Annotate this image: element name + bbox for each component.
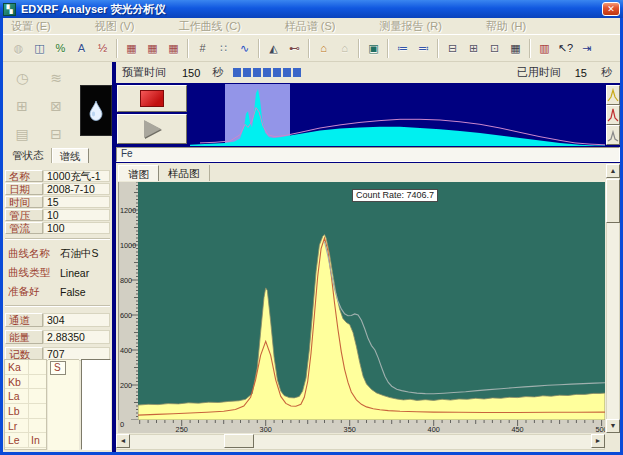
selected-element-cell[interactable]: S bbox=[50, 361, 66, 375]
preview-scale-gray-button[interactable] bbox=[606, 125, 620, 145]
basic-fields: 名称1000充气-1日期2008-7-10时间15管压10管流100 bbox=[3, 169, 112, 234]
help-book-icon[interactable]: ▥ bbox=[534, 38, 555, 59]
svg-text:400: 400 bbox=[120, 346, 132, 355]
tab-sample-chart[interactable]: 样品图 bbox=[159, 165, 210, 181]
tab-spectrum-chart[interactable]: 谱图 bbox=[118, 165, 159, 181]
element-line-value bbox=[29, 360, 46, 374]
peak-identify-icon[interactable]: ◭ bbox=[263, 38, 284, 59]
element-table-row[interactable]: La bbox=[5, 389, 46, 404]
field-label: 管压 bbox=[5, 209, 43, 221]
app-icon[interactable]: ▚ bbox=[3, 3, 16, 16]
svg-text:1200: 1200 bbox=[120, 206, 136, 215]
spectrum-preview[interactable] bbox=[190, 84, 605, 146]
scroll-left-button[interactable]: ◄ bbox=[116, 434, 130, 448]
progress-segment bbox=[273, 68, 281, 77]
menu-item-6[interactable]: 帮助 (H) bbox=[486, 19, 526, 34]
menu-item-4[interactable]: 样品谱 (S) bbox=[285, 19, 336, 34]
horizontal-scrollbar[interactable]: ◄ ► bbox=[116, 434, 605, 450]
menu-item-3[interactable]: 工作曲线 (C) bbox=[178, 19, 240, 34]
toolbar-separator bbox=[116, 39, 118, 58]
scroll-right-button[interactable]: ► bbox=[591, 434, 605, 448]
progress-segment bbox=[263, 68, 271, 77]
element-table-row[interactable]: LeIn bbox=[5, 433, 46, 448]
element-line-label: Lb bbox=[5, 404, 29, 418]
ratio-icon[interactable]: ½ bbox=[92, 38, 113, 59]
spectrum-plot[interactable] bbox=[138, 182, 605, 420]
report-view-icon[interactable]: ◫ bbox=[29, 38, 50, 59]
field-label: 曲线名称 bbox=[5, 247, 57, 261]
vertical-scroll-thumb[interactable] bbox=[606, 179, 620, 223]
paste-icon[interactable]: ⊞ bbox=[8, 94, 36, 118]
svg-text:350: 350 bbox=[344, 425, 356, 434]
menu-item-2[interactable]: 视图 (V) bbox=[95, 19, 135, 34]
curve-window-icon[interactable]: ∿ bbox=[234, 38, 255, 59]
calibrate-grid-icon[interactable]: # bbox=[192, 38, 213, 59]
context-help-icon[interactable]: ↖? bbox=[555, 38, 576, 59]
close-button[interactable]: ✕ bbox=[602, 2, 620, 16]
element-listbox[interactable] bbox=[81, 359, 111, 450]
flask-icon[interactable]: ≋ bbox=[42, 66, 70, 90]
list-settings-icon-1[interactable]: ≔ bbox=[392, 38, 413, 59]
sample-table-icon-2[interactable]: ▦ bbox=[142, 38, 163, 59]
element-line-table: KaKbLaLbLrLeIn bbox=[4, 359, 47, 450]
sample-table-icon-3[interactable]: ▦ bbox=[163, 38, 184, 59]
percent-icon[interactable]: % bbox=[50, 38, 71, 59]
element-table-row[interactable]: Lb bbox=[5, 404, 46, 419]
element-table-row[interactable]: Kb bbox=[5, 375, 46, 390]
element-line-label: La bbox=[5, 389, 29, 403]
spectrum-preview-svg bbox=[190, 84, 605, 146]
sample-table-icon-1[interactable]: ▦ bbox=[121, 38, 142, 59]
document-icon[interactable]: ▤ bbox=[8, 122, 36, 146]
preview-scale-yellow-button[interactable] bbox=[606, 85, 620, 105]
font-scale-icon[interactable]: A bbox=[71, 38, 92, 59]
element-line-label: Le bbox=[5, 433, 29, 447]
home-icon[interactable]: ⌂ bbox=[313, 38, 334, 59]
stop-button[interactable] bbox=[117, 85, 187, 112]
start-button[interactable] bbox=[117, 114, 187, 144]
element-marker-area: KaKbLaLbLrLeIn S bbox=[4, 358, 111, 451]
print-setup-icon[interactable]: ⊞ bbox=[463, 38, 484, 59]
progress-segment bbox=[243, 68, 251, 77]
menu-item-1[interactable]: 设置 (E) bbox=[11, 19, 51, 34]
print-preview-icon[interactable]: ⊡ bbox=[484, 38, 505, 59]
globe-icon[interactable]: ◍ bbox=[8, 38, 29, 59]
window-title: EDXRF Analyser 荧光分析仪 bbox=[21, 2, 602, 17]
exit-icon[interactable]: ⇥ bbox=[576, 38, 597, 59]
toolbar-separator bbox=[387, 39, 389, 58]
element-table-row[interactable]: Lr bbox=[5, 419, 46, 434]
element-table-row[interactable]: Ka bbox=[5, 360, 46, 375]
curve-fields: 曲线名称石油中S曲线类型Linear准备好False bbox=[3, 244, 112, 301]
tray-icon[interactable]: ⊟ bbox=[42, 122, 70, 146]
dotted-grid-icon[interactable]: ∷ bbox=[213, 38, 234, 59]
element-line-value bbox=[29, 419, 46, 433]
beaker-icon[interactable]: ⊠ bbox=[42, 94, 70, 118]
tab-spectral-lines[interactable]: 谱线 bbox=[52, 148, 89, 163]
scroll-down-button[interactable]: ▼ bbox=[606, 419, 620, 433]
scroll-up-button[interactable]: ▲ bbox=[606, 164, 620, 178]
menu-item-5[interactable]: 测量报告 (R) bbox=[380, 19, 442, 34]
elapsed-time-group: 已用时间 15 秒 bbox=[511, 65, 620, 80]
preview-scale-red-button[interactable] bbox=[606, 105, 620, 125]
connect-icon[interactable]: ⊷ bbox=[284, 38, 305, 59]
calculator-icon[interactable]: ▦ bbox=[505, 38, 526, 59]
list-settings-icon-2[interactable]: ≕ bbox=[413, 38, 434, 59]
vertical-scrollbar[interactable]: ▲ ▼ bbox=[606, 164, 620, 433]
device-icon[interactable]: ▣ bbox=[363, 38, 384, 59]
channel-fields: 通道304能量2.88350记数707 bbox=[3, 311, 112, 362]
field-row: 管流100 bbox=[5, 221, 110, 234]
svg-text:600: 600 bbox=[120, 311, 132, 320]
main-tab-strip: 谱图 样品图 bbox=[118, 164, 210, 181]
print-icon[interactable]: ⊟ bbox=[442, 38, 463, 59]
element-indicator-field[interactable]: Fe bbox=[116, 147, 620, 162]
tab-tube-status[interactable]: 管状态 bbox=[5, 148, 52, 163]
toolbar-separator bbox=[437, 39, 439, 58]
field-label: 名称 bbox=[5, 170, 43, 182]
preset-time-value: 150 bbox=[182, 67, 200, 79]
element-line-label: Kb bbox=[5, 375, 29, 389]
titlebar: ▚ EDXRF Analyser 荧光分析仪 ✕ bbox=[0, 0, 623, 18]
clock-icon[interactable]: ◷ bbox=[8, 66, 36, 90]
svg-text:200: 200 bbox=[120, 381, 132, 390]
home-disabled-icon[interactable]: ⌂ bbox=[334, 38, 355, 59]
field-row: 管压10 bbox=[5, 208, 110, 221]
horizontal-scroll-thumb[interactable] bbox=[224, 434, 254, 448]
